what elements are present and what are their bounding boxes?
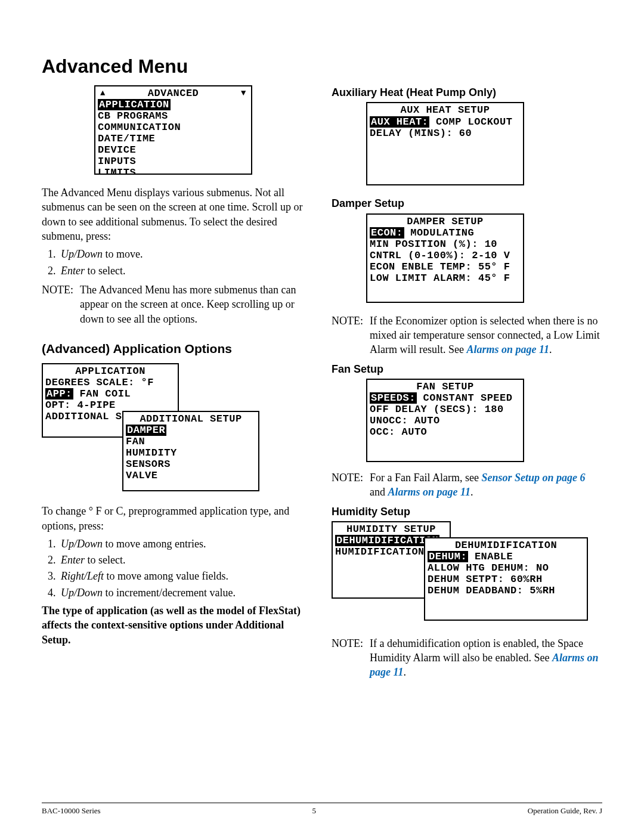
menu-item: LIMITS (98, 167, 249, 175)
lcd-damper: DAMPER SETUP ECON: MODULATING MIN POSITI… (366, 213, 524, 303)
note-label: NOTE: (42, 283, 80, 326)
footer-center: 5 (312, 806, 316, 816)
lcd-line: OPT: 4-PIPE (45, 400, 175, 411)
lcd-line: OFF DELAY (SECS): 180 (370, 404, 521, 415)
right-column: Auxiliary Heat (Heat Pump Only) AUX HEAT… (332, 85, 602, 685)
lcd-line: ECON ENBLE TEMP: 55° F (370, 261, 521, 272)
lcd-line: DEHUM SETPT: 60%RH (428, 574, 584, 585)
lcd-line: SPEEDS: CONSTANT SPEED (370, 392, 521, 404)
lcd-additional-setup: ADDITIONAL SETUP DAMPER FAN HUMIDITY SEN… (122, 411, 259, 491)
step: Right/Left to move among value fields. (58, 569, 312, 583)
menu-item: APPLICATION (98, 99, 171, 110)
lcd-line: LOW LIMIT ALARM: 45° F (370, 272, 521, 284)
lcd-advanced-menu: ▲ ADVANCED ▼ APPLICATION CB PROGRAMS COM… (94, 85, 252, 175)
link-sensor-setup[interactable]: Sensor Setup on page 6 (481, 472, 585, 484)
step: Up/Down to move among entries. (58, 537, 312, 551)
lcd-line: APP: FAN COIL (45, 388, 175, 400)
note-damper: NOTE: If the Economizer option is select… (332, 314, 602, 357)
lcd-title: DEHUMIDIFICATION (428, 540, 584, 551)
basic-steps: Up/Down to move. Enter to select. (42, 247, 312, 278)
lcd-fan: FAN SETUP SPEEDS: CONSTANT SPEED OFF DEL… (366, 379, 524, 462)
lcd-title: ADVANCED (148, 88, 199, 99)
menu-item: FAN (126, 436, 256, 447)
menu-item: COMMUNICATION (98, 122, 249, 133)
lcd-line: AUX HEAT: COMP LOCKOUT (370, 116, 521, 128)
lcd-line: ECON: MODULATING (370, 227, 521, 239)
note-label: NOTE: (332, 636, 370, 680)
note-label: NOTE: (332, 314, 370, 357)
step: Up/Down to move. (58, 247, 312, 261)
lcd-title: HUMIDITY SETUP (335, 524, 447, 535)
extended-steps: Up/Down to move among entries. Enter to … (42, 537, 312, 600)
lcd-line: DEGREES SCALE: °F (45, 377, 175, 388)
left-column: ▲ ADVANCED ▼ APPLICATION CB PROGRAMS COM… (42, 85, 312, 685)
link-alarms[interactable]: Alarms on page 11 (388, 486, 471, 498)
intro-paragraph: The Advanced Menu displays various subme… (42, 185, 312, 243)
page-footer: BAC-10000 Series 5 Operation Guide, Rev.… (42, 803, 602, 816)
lcd-line: ALLOW HTG DEHUM: NO (428, 562, 584, 574)
menu-item: DAMPER (126, 425, 166, 436)
menu-item: DEVICE (98, 144, 249, 156)
note-advanced: NOTE: The Advanced Menu has more submenu… (42, 283, 312, 326)
step: Enter to select. (58, 264, 312, 278)
lcd-title: ADDITIONAL SETUP (126, 413, 256, 425)
aux-heat-heading: Auxiliary Heat (Heat Pump Only) (332, 85, 602, 100)
damper-heading: Damper Setup (332, 196, 602, 210)
app-options-heading: (Advanced) Application Options (42, 340, 312, 357)
lcd-dehumidification: DEHUMIDIFICATION DEHUM: ENABLE ALLOW HTG… (424, 537, 588, 621)
lcd-line: DEHUM: ENABLE (428, 551, 584, 562)
menu-item: SENSORS (126, 459, 256, 470)
note-body: For a Fan Fail Alarm, see Sensor Setup o… (370, 470, 602, 500)
menu-item: CB PROGRAMS (98, 110, 249, 122)
footer-left: BAC-10000 Series (42, 806, 101, 816)
note-body: If a dehumidification option is enabled,… (370, 636, 602, 680)
note-body: If the Economizer option is selected whe… (370, 314, 602, 357)
note-fan: NOTE: For a Fan Fail Alarm, see Sensor S… (332, 470, 602, 500)
down-arrow-icon: ▼ (241, 89, 246, 98)
menu-item: DATE/TIME (98, 133, 249, 144)
footer-right: Operation Guide, Rev. J (528, 806, 602, 816)
bold-note: The type of application (as well as the … (42, 603, 312, 647)
lcd-line: MIN POSITION (%): 10 (370, 239, 521, 250)
fan-heading: Fan Setup (332, 362, 602, 376)
humidity-heading: Humidity Setup (332, 504, 602, 519)
up-arrow-icon: ▲ (100, 89, 106, 98)
lcd-line: DELAY (MINS): 60 (370, 128, 521, 139)
step: Enter to select. (58, 553, 312, 567)
lcd-aux-heat: AUX HEAT SETUP AUX HEAT: COMP LOCKOUT DE… (366, 102, 524, 185)
page-title: Advanced Menu (42, 54, 602, 79)
note-label: NOTE: (332, 470, 370, 500)
lcd-line: DEHUM DEADBAND: 5%RH (428, 585, 584, 596)
menu-item: INPUTS (98, 156, 249, 167)
lcd-title: DAMPER SETUP (370, 216, 521, 227)
lcd-line: OCC: AUTO (370, 426, 521, 438)
note-humidity: NOTE: If a dehumidification option is en… (332, 636, 602, 680)
change-paragraph: To change ° F or C, preprogrammed applic… (42, 504, 312, 533)
note-body: The Advanced Menu has more submenus than… (80, 283, 312, 326)
lcd-line: UNOCC: AUTO (370, 415, 521, 426)
lcd-title: FAN SETUP (370, 381, 521, 392)
menu-item: HUMIDITY (126, 447, 256, 459)
step: Up/Down to increment/decrement value. (58, 586, 312, 600)
lcd-line: CNTRL (0-100%): 2-10 V (370, 250, 521, 261)
link-alarms[interactable]: Alarms on page 11 (466, 343, 549, 355)
menu-item: VALVE (126, 470, 256, 481)
lcd-title: AUX HEAT SETUP (370, 104, 521, 116)
lcd-title: APPLICATION (45, 366, 175, 377)
